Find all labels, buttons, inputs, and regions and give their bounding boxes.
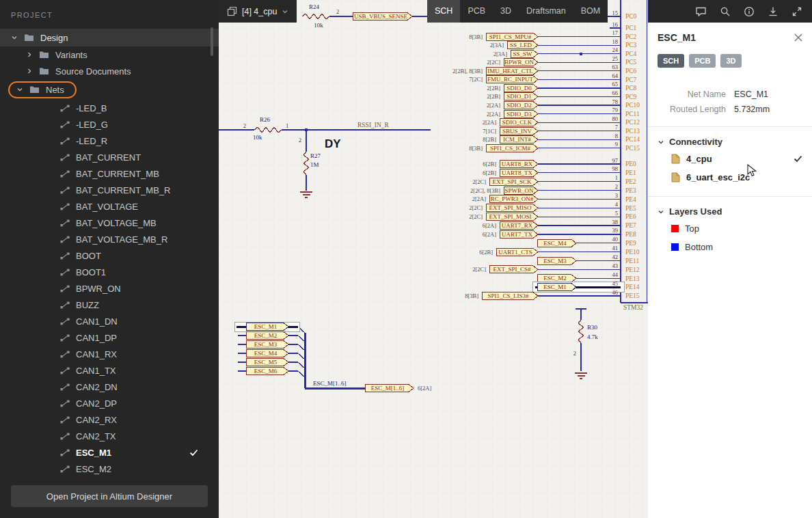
net-item-BOOT1[interactable]: BOOT1 [0, 264, 219, 280]
svg-text:2[2B]: 2[2B] [487, 85, 500, 92]
connectivity-section-header[interactable]: Connectivity [648, 134, 812, 150]
svg-text:RC_PWR3_ON#: RC_PWR3_ON# [491, 195, 534, 202]
svg-text:ICM_INT#: ICM_INT# [503, 136, 531, 143]
connectivity-item-6_uart_esc_i2c[interactable]: 6_uart_esc_i2c [648, 168, 812, 187]
net-item--LED_B[interactable]: -LED_B [0, 100, 219, 116]
svg-text:SDIO_D2: SDIO_D2 [506, 102, 532, 109]
net-item--LED_G[interactable]: -LED_G [0, 116, 219, 133]
chevron-down-icon[interactable] [16, 86, 23, 93]
svg-text:PE6: PE6 [625, 213, 636, 220]
svg-text:3: 3 [615, 192, 618, 199]
chevron-right-icon[interactable] [26, 68, 33, 74]
net-item-BAT_CURRENT_MB[interactable]: BAT_CURRENT_MB [0, 165, 219, 182]
layers-section-header[interactable]: Layers Used [648, 204, 812, 219]
svg-text:SDIO_D0: SDIO_D0 [506, 85, 532, 92]
expand-icon[interactable] [791, 6, 802, 17]
net-item-CAN2_RX[interactable]: CAN2_RX [0, 411, 219, 428]
net-icon [60, 400, 70, 407]
net-item-CAN1_DN[interactable]: CAN1_DN [0, 313, 219, 329]
svg-text:42: 42 [612, 254, 619, 260]
view-tab-draftsman[interactable]: Draftsman [519, 0, 573, 23]
svg-text:79: 79 [612, 107, 619, 113]
layer-item-top[interactable]: Top [648, 219, 812, 238]
document-selector[interactable]: [4] 4_cpu [219, 0, 297, 23]
svg-text:2[2C]: 2[2C] [469, 213, 483, 220]
net-item-ESC_M2[interactable]: ESC_M2 [0, 461, 219, 477]
net-icon [60, 465, 70, 473]
svg-text:SDIO_D1: SDIO_D1 [506, 93, 532, 100]
net-item-CAN1_TX[interactable]: CAN1_TX [0, 362, 219, 379]
svg-text:PE4: PE4 [625, 196, 636, 203]
close-icon[interactable] [794, 33, 802, 42]
tree-item-nets[interactable]: Nets [0, 79, 219, 100]
view-tab-bom[interactable]: BOM [573, 0, 608, 23]
panel-tab-pcb[interactable]: PCB [689, 54, 716, 68]
net-item--LED_R[interactable]: -LED_R [0, 133, 219, 149]
net-item-CAN2_DN[interactable]: CAN2_DN [0, 379, 219, 395]
info-icon[interactable] [744, 6, 755, 17]
svg-text:PE0: PE0 [625, 161, 636, 167]
svg-text:2[2A]: 2[2A] [472, 195, 486, 202]
chevron-right-icon[interactable] [26, 51, 33, 58]
svg-text:1: 1 [615, 174, 618, 181]
net-icon [60, 269, 70, 276]
net-item-BAT_VOLTAGE_MB[interactable]: BAT_VOLTAGE_MB [0, 215, 219, 231]
svg-text:UART8_RX: UART8_RX [502, 161, 533, 167]
altium-viewer: PROJECT Design VariantsSource DocumentsN… [0, 0, 812, 518]
sheets-icon [227, 6, 237, 16]
tree-item-variants[interactable]: Variants [0, 46, 219, 63]
net-item-CAN1_DP[interactable]: CAN1_DP [0, 329, 219, 346]
net-item-CAN2_TX[interactable]: CAN2_TX [0, 428, 219, 444]
comment-icon[interactable] [695, 6, 707, 17]
panel-tab-3d[interactable]: 3D [720, 54, 741, 68]
panel-tab-sch[interactable]: SCH [658, 54, 684, 68]
svg-text:6[2B]: 6[2B] [483, 161, 496, 167]
net-item-BAT_VOLTAGE[interactable]: BAT_VOLTAGE [0, 198, 219, 215]
svg-text:SS_LED: SS_LED [510, 42, 532, 49]
svg-text:PE3: PE3 [625, 187, 636, 194]
layer-item-bottom[interactable]: Bottom [648, 238, 812, 256]
connectivity-list: 4_cpu6_uart_esc_i2c [648, 150, 812, 187]
schematic-content: STM32R2410k2USB_VBUS_SENSE15PC016PC18[3B… [219, 0, 648, 392]
chevron-down-icon [658, 139, 664, 146]
svg-text:PC3: PC3 [625, 42, 637, 49]
net-item-CAN1_RX[interactable]: CAN1_RX [0, 346, 219, 362]
view-tab-sch[interactable]: SCH [427, 0, 460, 23]
view-tab-3d[interactable]: 3D [493, 0, 519, 23]
tree-item-design[interactable]: Design [0, 29, 219, 46]
net-item-CAN2_DP[interactable]: CAN2_DP [0, 395, 219, 411]
net-icon [60, 219, 70, 227]
view-tab-pcb[interactable]: PCB [460, 0, 493, 23]
net-info-fields: Net NameESC_M1Routed Length5.732mm [648, 87, 812, 117]
svg-text:PC11: PC11 [625, 111, 640, 118]
net-item-BAT_VOLTAGE_MB_R[interactable]: BAT_VOLTAGE_MB_R [0, 231, 219, 247]
svg-text:44: 44 [612, 271, 619, 278]
sheet-icon [671, 172, 680, 182]
net-icon [60, 154, 70, 161]
net-item-ESC_M1[interactable]: ESC_M1 [0, 444, 219, 461]
schematic-canvas[interactable]: STM32R2410k2USB_VBUS_SENSE15PC016PC18[3B… [219, 0, 648, 518]
svg-text:7: 7 [615, 124, 618, 131]
svg-text:PE9: PE9 [625, 240, 636, 247]
open-project-button[interactable]: Open Project in Altium Designer [11, 485, 208, 507]
svg-text:PC1: PC1 [625, 25, 637, 31]
net-item-BUZZ[interactable]: BUZZ [0, 297, 219, 313]
download-icon[interactable] [768, 6, 779, 17]
net-icon [60, 105, 70, 112]
net-item-BAT_CURRENT[interactable]: BAT_CURRENT [0, 149, 219, 165]
net-item-BPWR_ON[interactable]: BPWR_ON [0, 280, 219, 297]
check-icon [794, 155, 802, 163]
tree-item-label: Source Documents [55, 66, 131, 77]
svg-text:8[2B]: 8[2B] [483, 136, 496, 143]
connectivity-item-4_cpu[interactable]: 4_cpu [648, 150, 812, 168]
tree-item-source-documents[interactable]: Source Documents [0, 63, 219, 79]
chevron-down-icon[interactable] [11, 34, 18, 41]
net-icon [60, 252, 70, 260]
net-item-BOOT[interactable]: BOOT [0, 247, 219, 264]
svg-text:2[2B]: 2[2B] [487, 93, 500, 100]
sidebar-scrollbar[interactable] [211, 27, 213, 56]
search-icon[interactable] [720, 6, 731, 17]
svg-text:8[3B]: 8[3B] [465, 292, 478, 299]
net-item-BAT_CURRENT_MB_R[interactable]: BAT_CURRENT_MB_R [0, 182, 219, 198]
document-selector-label: [4] 4_cpu [242, 7, 277, 16]
